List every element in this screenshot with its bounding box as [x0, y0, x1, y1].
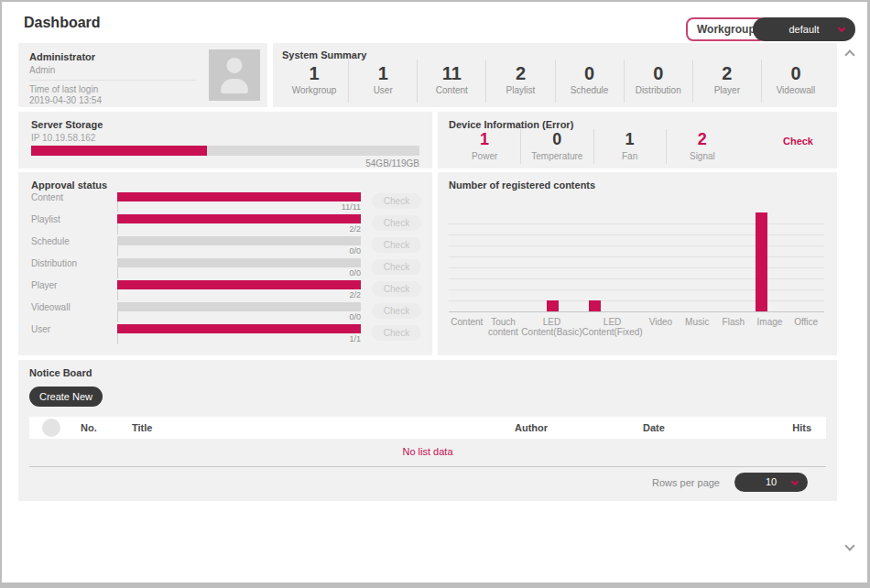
summary-stat-label: User: [349, 85, 417, 95]
chart-category-label: Music: [679, 317, 715, 337]
summary-stat-value: 0: [556, 62, 624, 84]
approval-row: Playlist2/2Check: [31, 214, 421, 236]
storage-usage-text: 54GB/119GB: [31, 158, 419, 169]
chart-category-label: LED Content(Basic): [521, 317, 582, 337]
device-stats: 1Power0Temperature1Fan2Signal: [449, 129, 738, 164]
approval-check-button[interactable]: Check: [372, 325, 421, 341]
summary-stat-value: 0: [762, 62, 830, 84]
approval-bar-value: 11/11: [117, 201, 361, 212]
summary-stat-label: Distribution: [625, 85, 692, 95]
approval-row-label: Videowall: [31, 302, 117, 324]
server-ip: IP 10.19.58.162: [31, 133, 419, 143]
approval-bar: [117, 236, 361, 245]
chart-category-label: Content: [449, 317, 485, 337]
chart-category-label: Video: [643, 317, 680, 337]
workgroup-select[interactable]: default: [753, 17, 855, 41]
create-new-button[interactable]: Create New: [29, 387, 103, 407]
summary-stat-value: 2: [486, 62, 554, 84]
approval-bar: [117, 258, 361, 267]
approval-row-label: Schedule: [31, 236, 117, 258]
summary-stat: 0Distribution: [624, 60, 692, 103]
empty-list-message: No list data: [18, 446, 837, 457]
chevron-down-icon: [838, 25, 845, 32]
approval-row-label: User: [31, 324, 117, 346]
chart-bar-column: [532, 300, 574, 311]
select-all-checkbox[interactable]: [42, 419, 60, 437]
summary-stat-value: 1: [349, 62, 417, 84]
summary-stat: 2Player: [692, 60, 761, 103]
approval-bar-area: 0/0: [117, 236, 361, 258]
device-stat-label: Temperature: [521, 151, 593, 161]
approval-bar-area: 0/0: [117, 302, 361, 324]
administrator-name: Admin: [29, 65, 196, 75]
summary-stat: 1User: [348, 60, 417, 103]
approval-row: User1/1Check: [31, 324, 421, 346]
approval-bar-value: 0/0: [117, 267, 361, 278]
scroll-down-icon[interactable]: [844, 540, 854, 550]
summary-stat: 0Schedule: [555, 60, 624, 103]
system-summary-panel: System Summary 1Workgroup1User11Content2…: [273, 43, 837, 107]
scroll-up-icon[interactable]: [844, 49, 854, 60]
approval-bar: [117, 324, 361, 333]
device-stat: 1Power: [449, 129, 520, 164]
administrator-panel: Administrator Admin Time of last login 2…: [18, 43, 267, 107]
approval-bar-value: 2/2: [117, 223, 361, 234]
approval-bar-value: 0/0: [117, 311, 361, 322]
summary-stat-label: Playlist: [486, 85, 554, 95]
summary-stat-value: 11: [418, 62, 485, 84]
approval-check-button[interactable]: Check: [372, 303, 421, 319]
rows-per-page-select[interactable]: 10: [734, 473, 808, 492]
approval-bar: [117, 192, 361, 201]
approval-row: Player2/2Check: [31, 280, 421, 302]
chart-category-label: Image: [752, 317, 788, 337]
column-header-date: Date: [643, 417, 665, 439]
chart-category-label: Office: [788, 317, 824, 337]
chart-bar: [589, 300, 601, 311]
summary-stat-value: 1: [280, 62, 348, 84]
device-stat: 1Fan: [593, 129, 666, 164]
last-login-value: 2019-04-30 13:54: [29, 95, 196, 106]
approval-row-label: Content: [31, 192, 117, 214]
approval-bar: [117, 280, 361, 289]
approval-row-label: Playlist: [31, 214, 117, 236]
approval-row: Schedule0/0Check: [31, 236, 421, 258]
approval-row: Videowall0/0Check: [31, 302, 421, 324]
chart-x-labels: ContentTouch contentLED Content(Basic)LE…: [449, 317, 824, 337]
column-header-title: Title: [132, 417, 152, 439]
server-storage-panel: Server Storage IP 10.19.58.162 54GB/119G…: [18, 112, 432, 169]
approval-bar-area: 2/2: [117, 214, 361, 236]
approval-bar-area: 1/1: [117, 324, 361, 346]
notice-board-panel: Notice Board Create New No. Title Author…: [18, 360, 837, 501]
approval-row: Content11/11Check: [31, 192, 421, 214]
approval-check-button[interactable]: Check: [372, 259, 421, 275]
registered-contents-panel: Number of registered contents ContentTou…: [438, 172, 837, 355]
approval-bar-area: 11/11: [117, 192, 361, 214]
chart-bar: [756, 212, 767, 311]
device-check-link[interactable]: Check: [783, 136, 813, 147]
device-stat-value: 1: [449, 129, 520, 149]
approval-check-button[interactable]: Check: [372, 237, 421, 253]
chevron-down-icon: [791, 478, 799, 485]
approval-check-button[interactable]: Check: [372, 193, 421, 209]
summary-stat-label: Player: [693, 85, 761, 95]
device-stat-label: Signal: [667, 151, 738, 161]
approval-row-label: Player: [31, 280, 117, 302]
divider: [29, 80, 196, 81]
column-header-author: Author: [515, 417, 548, 439]
approval-bar-value: 2/2: [117, 289, 361, 300]
last-login-label: Time of last login: [29, 84, 196, 95]
approval-status-panel: Approval status Content11/11CheckPlaylis…: [18, 172, 432, 355]
app-window: Dashboard Workgroup default Administrato…: [0, 0, 870, 588]
notice-board-title: Notice Board: [29, 367, 826, 378]
summary-stat: 0Videowall: [761, 60, 830, 103]
summary-stat-label: Schedule: [556, 85, 624, 95]
administrator-title: Administrator: [29, 51, 196, 62]
approval-row-label: Distribution: [31, 258, 117, 280]
device-stat-value: 0: [521, 129, 593, 149]
chart-bars: [449, 213, 824, 311]
avatar: [209, 49, 260, 101]
chart-category-label: Touch content: [485, 317, 522, 337]
chart-bar-column: [574, 300, 616, 311]
approval-check-button[interactable]: Check: [372, 215, 421, 231]
approval-check-button[interactable]: Check: [372, 281, 421, 297]
